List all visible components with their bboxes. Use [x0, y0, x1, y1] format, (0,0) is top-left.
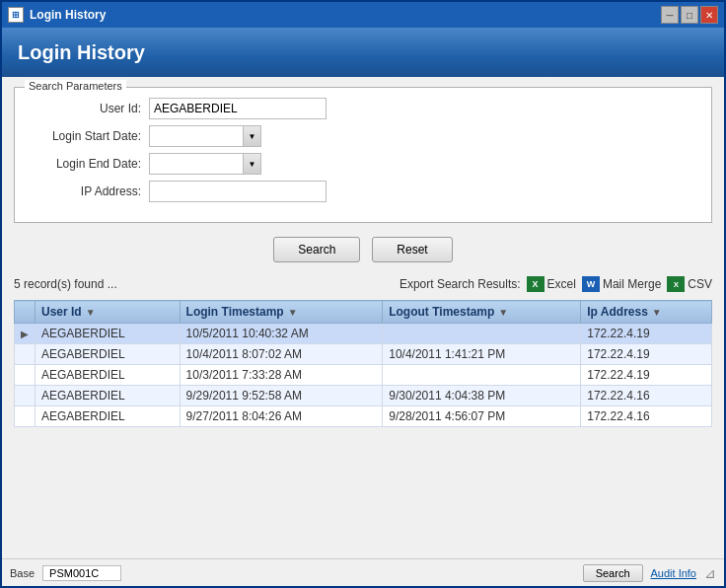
login-ts-filter-icon: ▼ — [288, 307, 298, 318]
logout-ts-cell: 10/4/2011 1:41:21 PM — [383, 344, 581, 365]
results-header: 5 record(s) found ... Export Search Resu… — [14, 276, 712, 292]
main-content: Search Parameters User Id: Login Start D… — [2, 77, 724, 558]
table-row[interactable]: AEGABERDIEL9/27/2011 8:04:26 AM9/28/2011… — [15, 406, 712, 427]
csv-icon: X — [667, 276, 685, 292]
login-start-row: Login Start Date: ▼ — [31, 125, 695, 147]
table-row[interactable]: ▶AEGABERDIEL10/5/2011 10:40:32 AM172.22.… — [15, 324, 712, 344]
ip-cell: 172.22.4.19 — [581, 324, 712, 344]
ip-cell: 172.22.4.16 — [581, 406, 712, 427]
login-ts-cell: 10/5/2011 10:40:32 AM — [180, 324, 383, 344]
user-id-label: User Id: — [31, 102, 149, 115]
user-id-cell: AEGABERDIEL — [36, 386, 181, 406]
login-ts-cell: 9/29/2011 9:52:58 AM — [180, 386, 383, 406]
row-arrow-cell: ▶ — [15, 324, 36, 344]
ip-cell: 172.22.4.19 — [581, 365, 712, 386]
logout-ts-cell — [383, 365, 581, 386]
login-end-dropdown-btn[interactable]: ▼ — [244, 153, 261, 175]
ip-cell: 172.22.4.19 — [581, 344, 712, 365]
login-start-input[interactable] — [149, 125, 244, 147]
login-start-dropdown-btn[interactable]: ▼ — [244, 125, 261, 147]
window-controls: ─ □ ✕ — [661, 6, 718, 24]
user-id-filter-icon: ▼ — [86, 307, 96, 318]
word-icon: W — [582, 276, 600, 292]
mail-merge-button[interactable]: W Mail Merge — [582, 276, 661, 292]
base-label: Base — [10, 567, 35, 579]
audit-info-link[interactable]: Audit Info — [651, 567, 696, 579]
status-bar: Base PSM001C Search Audit Info ⊿ — [2, 558, 724, 586]
logout-ts-cell: 9/30/2011 4:04:38 PM — [383, 386, 581, 406]
login-end-label: Login End Date: — [31, 157, 149, 171]
maximize-button[interactable]: □ — [681, 6, 698, 24]
title-bar: ⊞ Login History ─ □ ✕ — [2, 2, 724, 28]
close-button[interactable]: ✕ — [700, 6, 718, 24]
table-row[interactable]: AEGABERDIEL10/3/2011 7:33:28 AM172.22.4.… — [15, 365, 712, 386]
row-arrow-cell — [15, 386, 36, 406]
user-id-cell: AEGABERDIEL — [36, 365, 181, 386]
logout-ts-cell — [383, 324, 581, 344]
ip-input[interactable] — [149, 181, 327, 202]
export-label: Export Search Results: — [399, 277, 521, 291]
page-title: Login History — [18, 41, 145, 64]
login-end-combo: ▼ — [149, 153, 261, 175]
main-window: ⊞ Login History ─ □ ✕ Login History Sear… — [0, 0, 726, 588]
user-id-cell: AEGABERDIEL — [36, 406, 181, 427]
user-id-row: User Id: — [31, 98, 695, 119]
logout-ts-filter-icon: ▼ — [498, 307, 508, 318]
results-table: User Id ▼ Login Timestamp ▼ Logout Times… — [14, 300, 712, 427]
search-params-group: Search Parameters User Id: Login Start D… — [14, 87, 712, 223]
table-header-row: User Id ▼ Login Timestamp ▼ Logout Times… — [15, 301, 712, 324]
header-band: Login History — [2, 28, 724, 77]
login-start-label: Login Start Date: — [31, 129, 149, 143]
excel-label: Excel — [547, 277, 576, 291]
resize-handle[interactable]: ⊿ — [704, 565, 716, 581]
row-selected-arrow: ▶ — [21, 329, 29, 339]
ip-label: IP Address: — [31, 184, 149, 198]
col-ip[interactable]: Ip Address ▼ — [581, 301, 712, 324]
row-arrow-cell — [15, 344, 36, 365]
minimize-button[interactable]: ─ — [661, 6, 679, 24]
window-icon: ⊞ — [8, 7, 24, 23]
table-row[interactable]: AEGABERDIEL10/4/2011 8:07:02 AM10/4/2011… — [15, 344, 712, 365]
mail-merge-label: Mail Merge — [603, 277, 661, 291]
window-title: Login History — [30, 8, 661, 22]
login-start-combo: ▼ — [149, 125, 261, 147]
login-end-input[interactable] — [149, 153, 244, 175]
login-end-row: Login End Date: ▼ — [31, 153, 695, 175]
excel-export-button[interactable]: X Excel — [527, 276, 576, 292]
user-id-cell: AEGABERDIEL — [36, 324, 181, 344]
ip-cell: 172.22.4.16 — [581, 386, 712, 406]
login-ts-cell: 9/27/2011 8:04:26 AM — [180, 406, 383, 427]
reset-button[interactable]: Reset — [372, 237, 452, 262]
col-logout-ts[interactable]: Logout Timestamp ▼ — [383, 301, 581, 324]
status-search-button[interactable]: Search — [583, 564, 643, 582]
group-label: Search Parameters — [25, 80, 126, 92]
logout-ts-cell: 9/28/2011 4:56:07 PM — [383, 406, 581, 427]
export-section: Export Search Results: X Excel W Mail Me… — [399, 276, 712, 292]
action-buttons: Search Reset — [14, 237, 712, 262]
excel-icon: X — [527, 276, 544, 292]
search-button[interactable]: Search — [273, 237, 360, 262]
col-login-ts[interactable]: Login Timestamp ▼ — [180, 301, 383, 324]
login-ts-cell: 10/3/2011 7:33:28 AM — [180, 365, 383, 386]
ip-filter-icon: ▼ — [652, 307, 662, 318]
row-arrow-cell — [15, 406, 36, 427]
table-row[interactable]: AEGABERDIEL9/29/2011 9:52:58 AM9/30/2011… — [15, 386, 712, 406]
csv-export-button[interactable]: X CSV — [667, 276, 712, 292]
col-user-id[interactable]: User Id ▼ — [36, 301, 181, 324]
user-id-input[interactable] — [149, 98, 327, 119]
ip-row: IP Address: — [31, 181, 695, 202]
row-arrow-cell — [15, 365, 36, 386]
user-id-cell: AEGABERDIEL — [36, 344, 181, 365]
login-ts-cell: 10/4/2011 8:07:02 AM — [180, 344, 383, 365]
base-value: PSM001C — [42, 565, 121, 581]
col-arrow — [15, 301, 36, 324]
csv-label: CSV — [688, 277, 712, 291]
record-count: 5 record(s) found ... — [14, 277, 117, 291]
